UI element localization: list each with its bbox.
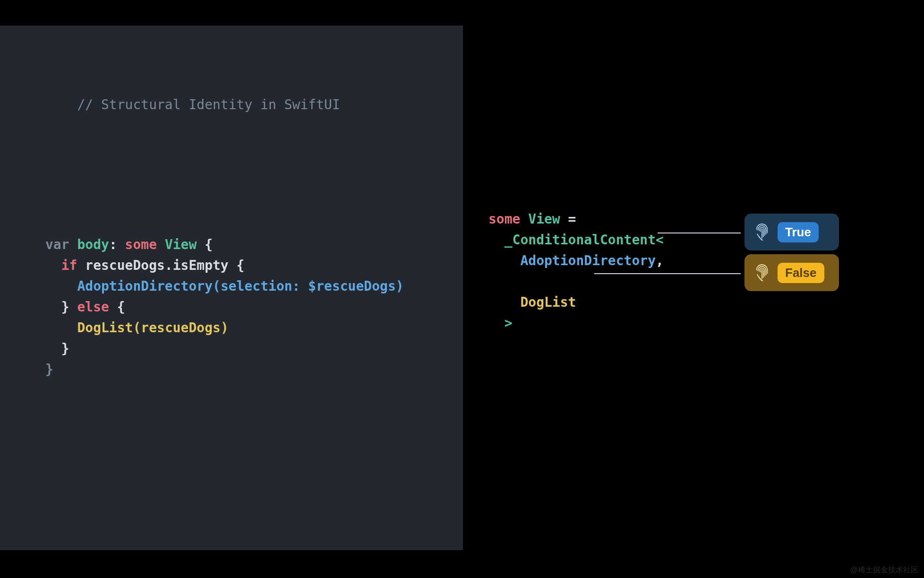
else-keyword: else <box>69 299 117 315</box>
fingerprint-icon <box>754 263 770 282</box>
angle-close: > <box>505 315 513 331</box>
false-pill: False <box>778 263 824 283</box>
comma: , <box>656 253 664 268</box>
title-comment: // Structural Identity in SwiftUI <box>45 74 340 136</box>
code-body-right: some View = _ConditionalContent< Adoptio… <box>488 188 664 334</box>
brace: { <box>117 299 125 315</box>
code-panel-left: // Structural Identity in SwiftUI var bo… <box>0 26 463 550</box>
arg-label: selection <box>221 278 292 294</box>
adoption-type: AdoptionDirectory <box>520 253 656 268</box>
brace: } <box>61 299 69 315</box>
equals: = <box>568 211 576 227</box>
true-pill: True <box>778 222 819 242</box>
doglist-call: DogList <box>77 320 133 336</box>
var-keyword: var <box>45 237 69 252</box>
some-keyword: some <box>125 237 157 252</box>
some-keyword: some <box>488 211 520 227</box>
watermark: @稀土掘金技术社区 <box>850 565 918 575</box>
brace: } <box>45 362 53 377</box>
badge-false: False <box>744 254 839 291</box>
colon: : <box>109 237 125 252</box>
angle-open: < <box>656 232 664 248</box>
arg-colon: : <box>292 278 308 294</box>
paren-close: ) <box>396 278 404 294</box>
adoption-call: AdoptionDirectory <box>77 278 213 294</box>
fingerprint-icon <box>754 223 770 242</box>
brace: { <box>237 258 245 273</box>
brace: { <box>205 237 213 252</box>
body-identifier: body <box>69 237 109 252</box>
view-type: View <box>157 237 205 252</box>
code-body-left: var body: some View { if rescueDogs.isEm… <box>45 214 404 380</box>
connector-line-false <box>594 273 741 274</box>
if-keyword: if <box>61 258 77 273</box>
connector-line-true <box>658 233 741 233</box>
doglist-args: (rescueDogs) <box>133 320 228 336</box>
brace: } <box>61 341 69 356</box>
view-type: View <box>520 211 568 227</box>
comment-text: // Structural Identity in SwiftUI <box>77 97 340 112</box>
arg-value: $rescueDogs <box>308 278 395 294</box>
conditional-content-type: _ConditionalContent <box>505 232 656 248</box>
paren-open: ( <box>213 278 221 294</box>
condition: rescueDogs.isEmpty <box>77 258 236 273</box>
doglist-type: DogList <box>520 294 576 310</box>
badge-true: True <box>744 214 839 250</box>
